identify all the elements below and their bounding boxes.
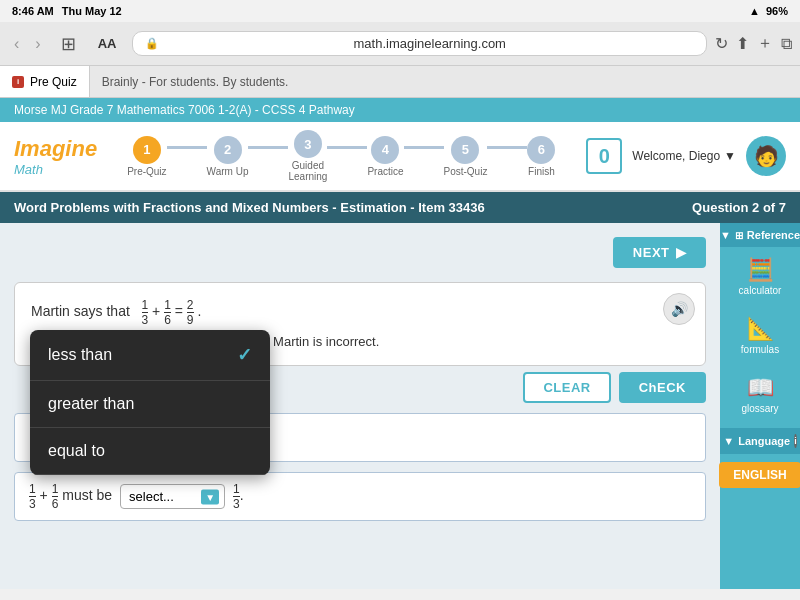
course-breadcrumb: Morse MJ Grade 7 Mathematics 7006 1-2(A)… bbox=[0, 98, 800, 122]
question-bar: Word Problems with Fractions and Mixed N… bbox=[0, 192, 800, 223]
content-area: NEXT ▶ Martin says that 13 + 16 = 29 . U… bbox=[0, 223, 720, 589]
app-header: Imagine Math 1 Pre-Quiz 2 Warm Up 3 Guid… bbox=[0, 122, 800, 192]
glossary-item[interactable]: 📖 glossary bbox=[720, 365, 800, 424]
step-postquiz: 5 Post-Quiz bbox=[444, 136, 488, 177]
step-prequiz: 1 Pre-Quiz bbox=[127, 136, 166, 177]
step-label-3: GuidedLearning bbox=[288, 160, 327, 182]
next-arrow-icon: ▶ bbox=[676, 245, 687, 260]
triangle-icon: ▼ bbox=[720, 229, 731, 241]
answer-fraction-2: 13. bbox=[233, 483, 244, 510]
bookmarks-button[interactable]: ⧉ bbox=[781, 35, 792, 53]
dropdown-arrow-welcome[interactable]: ▼ bbox=[724, 149, 736, 163]
step-label-2: Warm Up bbox=[207, 166, 249, 177]
language-button[interactable]: ENGLISH bbox=[719, 462, 800, 488]
step-circle-6: 6 bbox=[527, 136, 555, 164]
score-badge: 0 bbox=[586, 138, 622, 174]
step-connector-5 bbox=[487, 146, 527, 149]
progress-steps: 1 Pre-Quiz 2 Warm Up 3 GuidedLearning 4 … bbox=[127, 130, 566, 182]
calculator-item[interactable]: 🧮 calculator bbox=[720, 247, 800, 306]
step-guided: 3 GuidedLearning bbox=[288, 130, 327, 182]
tab-brainly[interactable]: Brainly - For students. By students. bbox=[90, 66, 301, 97]
dropdown-2[interactable]: select... less than greater than equal t… bbox=[120, 484, 225, 509]
step-warmup: 2 Warm Up bbox=[207, 136, 249, 177]
welcome-area: 0 Welcome, Diego ▼ 🧑 bbox=[586, 136, 786, 176]
status-bar: 8:46 AM Thu May 12 ▲ 96% bbox=[0, 0, 800, 22]
glossary-icon: 📖 bbox=[747, 375, 774, 401]
step-circle-3: 3 bbox=[294, 130, 322, 158]
browser-actions: ↻ ⬆ ＋ ⧉ bbox=[715, 33, 792, 54]
tab-label-prequiz: Pre Quiz bbox=[30, 75, 77, 89]
next-btn-row: NEXT ▶ bbox=[14, 237, 706, 268]
new-tab-button[interactable]: ＋ bbox=[757, 33, 773, 54]
address-bar[interactable]: 🔒 math.imaginelearning.com bbox=[132, 31, 707, 56]
browser-nav: ‹ › bbox=[8, 33, 47, 55]
logo-math: Math bbox=[14, 162, 97, 177]
welcome-text: Welcome, Diego ▼ bbox=[632, 149, 736, 163]
tab-label-brainly: Brainly - For students. By students. bbox=[102, 75, 289, 89]
calculator-icon: 🧮 bbox=[747, 257, 774, 283]
sidebar: ▼ ⊞ Reference 🧮 calculator 📐 formulas 📖 … bbox=[720, 223, 800, 589]
dropdown-overlay: less than ✓ greater than equal to bbox=[30, 330, 270, 475]
lock-icon: 🔒 bbox=[145, 37, 159, 50]
step-connector-2 bbox=[248, 146, 288, 149]
step-label-1: Pre-Quiz bbox=[127, 166, 166, 177]
reference-icon: ⊞ bbox=[735, 230, 743, 241]
question-text: Martin says that 13 + 16 = 29 . bbox=[31, 299, 689, 326]
step-label-4: Practice bbox=[367, 166, 403, 177]
formulas-item[interactable]: 📐 formulas bbox=[720, 306, 800, 365]
time-display: 8:46 AM bbox=[12, 5, 54, 17]
step-circle-5: 5 bbox=[451, 136, 479, 164]
aa-button[interactable]: AA bbox=[90, 34, 125, 53]
battery-display: 96% bbox=[766, 5, 788, 17]
answer-prefix-2: 13 + 16 must be bbox=[29, 483, 112, 510]
clear-button[interactable]: CLEAR bbox=[523, 372, 610, 403]
step-circle-1: 1 bbox=[133, 136, 161, 164]
answer-row-2: 13 + 16 must be select... less than grea… bbox=[14, 472, 706, 521]
equation-display: 13 + 16 = 29 bbox=[142, 303, 198, 319]
question-counter: Question 2 of 7 bbox=[692, 200, 786, 215]
tab-strip: i Pre Quiz Brainly - For students. By st… bbox=[0, 66, 800, 98]
step-practice: 4 Practice bbox=[367, 136, 403, 177]
question-title: Word Problems with Fractions and Mixed N… bbox=[14, 200, 485, 215]
tab-favicon: i bbox=[12, 76, 24, 88]
tab-prequiz[interactable]: i Pre Quiz bbox=[0, 66, 90, 97]
avatar: 🧑 bbox=[746, 136, 786, 176]
step-label-6: Finish bbox=[528, 166, 555, 177]
step-label-5: Post-Quiz bbox=[444, 166, 488, 177]
forward-button[interactable]: › bbox=[29, 33, 46, 55]
triangle-icon-lang: ▼ bbox=[723, 435, 734, 447]
main-content: NEXT ▶ Martin says that 13 + 16 = 29 . U… bbox=[0, 223, 800, 589]
check-mark-icon: ✓ bbox=[237, 344, 252, 366]
tab-switcher-button[interactable]: ⊞ bbox=[55, 31, 82, 57]
step-circle-4: 4 bbox=[371, 136, 399, 164]
date-display: Thu May 12 bbox=[62, 5, 122, 17]
wifi-icon: ▲ bbox=[749, 5, 760, 17]
dropdown-option-equal-to[interactable]: equal to bbox=[30, 428, 270, 475]
check-button[interactable]: ChECK bbox=[619, 372, 706, 403]
audio-button[interactable]: 🔊 bbox=[663, 293, 695, 325]
reload-button[interactable]: ↻ bbox=[715, 34, 728, 53]
step-connector-1 bbox=[167, 146, 207, 149]
dropdown-2-wrapper: select... less than greater than equal t… bbox=[120, 484, 225, 509]
url-text: math.imaginelearning.com bbox=[165, 36, 694, 51]
share-button[interactable]: ⬆ bbox=[736, 34, 749, 53]
dropdown-option-greater-than[interactable]: greater than bbox=[30, 381, 270, 428]
logo-imagine: Imagine bbox=[14, 136, 97, 162]
step-circle-2: 2 bbox=[214, 136, 242, 164]
step-connector-3 bbox=[327, 146, 367, 149]
browser-bar: ‹ › ⊞ AA 🔒 math.imaginelearning.com ↻ ⬆ … bbox=[0, 22, 800, 66]
next-button[interactable]: NEXT ▶ bbox=[613, 237, 706, 268]
language-header: ▼ Language i bbox=[720, 428, 800, 454]
back-button[interactable]: ‹ bbox=[8, 33, 25, 55]
step-connector-4 bbox=[404, 146, 444, 149]
step-finish: 6 Finish bbox=[527, 136, 555, 177]
dropdown-option-less-than[interactable]: less than ✓ bbox=[30, 330, 270, 381]
reference-header: ▼ ⊞ Reference bbox=[720, 223, 800, 247]
formulas-icon: 📐 bbox=[747, 316, 774, 342]
logo-area: Imagine Math bbox=[14, 136, 97, 177]
language-info-icon: i bbox=[794, 434, 797, 448]
